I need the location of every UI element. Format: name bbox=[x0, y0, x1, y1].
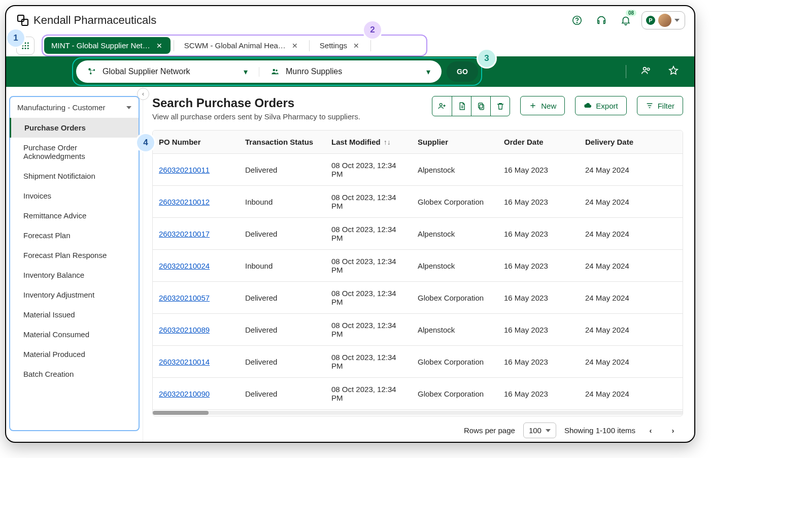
table-body[interactable]: 260320210011Delivered08 Oct 2023, 12:34 … bbox=[153, 154, 683, 410]
next-page-button[interactable]: › bbox=[666, 424, 680, 438]
table-header: PO NumberTransaction StatusLast Modified… bbox=[153, 131, 683, 154]
delivery-date: 24 May 2024 bbox=[579, 382, 665, 405]
tab-label: SCWM - Global Animal Hea… bbox=[184, 41, 286, 50]
svg-point-20 bbox=[440, 104, 443, 106]
rows-per-page-label: Rows per page bbox=[464, 426, 515, 435]
close-icon[interactable]: ✕ bbox=[155, 42, 163, 50]
svg-point-13 bbox=[90, 73, 92, 75]
svg-point-9 bbox=[25, 47, 26, 49]
last-modified: 08 Oct 2023, 12:34 PM bbox=[325, 218, 412, 249]
action-icon-group bbox=[432, 96, 510, 116]
po-number[interactable]: 260320210089 bbox=[153, 318, 239, 341]
sidebar-item[interactable]: Material Consumed bbox=[10, 324, 139, 344]
svg-point-17 bbox=[276, 70, 278, 72]
user-menu[interactable]: P bbox=[641, 11, 685, 29]
column-label: Last Modified bbox=[331, 138, 381, 146]
go-button[interactable]: GO bbox=[447, 61, 478, 82]
people-icon bbox=[270, 67, 280, 76]
svg-point-12 bbox=[93, 69, 95, 71]
sidebar-item[interactable]: Material Produced bbox=[10, 344, 139, 364]
supplier: Alpenstock bbox=[412, 158, 498, 181]
tab-label: MINT - Global Supplier Net… bbox=[51, 41, 150, 50]
po-number[interactable]: 260320210057 bbox=[153, 286, 239, 309]
delivery-date: 24 May 2024 bbox=[579, 286, 665, 309]
headset-icon[interactable] bbox=[593, 12, 610, 29]
plus-icon bbox=[529, 102, 537, 110]
horizontal-scrollbar[interactable] bbox=[153, 411, 683, 415]
supplier: Globex Corporation bbox=[412, 350, 498, 373]
partner-picker[interactable]: Munro Supplies ▾ bbox=[259, 67, 442, 77]
sidebar-item[interactable]: Purchase Order Acknowledgments bbox=[10, 138, 139, 166]
export-button[interactable]: Export bbox=[575, 96, 626, 115]
rows-per-page-select[interactable]: 100 bbox=[523, 422, 556, 438]
supplier: Alpenstock bbox=[412, 222, 498, 245]
column-header[interactable]: Order Date bbox=[498, 131, 579, 153]
star-icon[interactable] bbox=[668, 65, 679, 78]
column-label: Transaction Status bbox=[245, 138, 313, 146]
order-date: 16 May 2023 bbox=[498, 158, 579, 181]
sidebar-item[interactable]: Shipment Notifictaion bbox=[10, 166, 139, 186]
tab[interactable]: SCWM - Global Animal Hea…✕ bbox=[177, 37, 306, 54]
table-row: 260320210089Delivered08 Oct 2023, 12:34 … bbox=[153, 314, 683, 346]
column-header[interactable]: PO Number bbox=[153, 131, 239, 153]
last-modified: 08 Oct 2023, 12:34 PM bbox=[325, 186, 412, 217]
table-row: 260320210011Delivered08 Oct 2023, 12:34 … bbox=[153, 154, 683, 186]
table-row: 260320210057Delivered08 Oct 2023, 12:34 … bbox=[153, 282, 683, 314]
delivery-date: 24 May 2024 bbox=[579, 190, 665, 213]
partner-label: Munro Supplies bbox=[286, 67, 342, 76]
help-icon[interactable] bbox=[568, 12, 586, 29]
close-icon[interactable]: ✕ bbox=[291, 42, 299, 50]
close-icon[interactable]: ✕ bbox=[352, 42, 360, 50]
sidebar-item[interactable]: Invoices bbox=[10, 186, 139, 206]
add-user-button[interactable] bbox=[432, 96, 452, 116]
sidebar-item[interactable]: Inventory Adjustment bbox=[10, 285, 139, 305]
cloud-download-icon bbox=[584, 102, 592, 110]
tab[interactable]: Settings✕ bbox=[313, 37, 367, 54]
rows-per-page-value: 100 bbox=[529, 426, 542, 435]
column-header[interactable]: Last Modified↑↓ bbox=[325, 131, 412, 153]
po-number[interactable]: 260320210014 bbox=[153, 350, 239, 373]
svg-point-19 bbox=[647, 68, 650, 71]
last-modified: 08 Oct 2023, 12:34 PM bbox=[325, 282, 412, 313]
new-button[interactable]: New bbox=[520, 96, 565, 115]
sidebar-item[interactable]: Remittance Advice bbox=[10, 206, 139, 225]
sidebar-item[interactable]: Purchase Orders bbox=[10, 118, 139, 138]
sidebar-highlight: Manufacturing - Customer Purchase Orders… bbox=[9, 96, 140, 431]
supplier: Globex Corporation bbox=[412, 190, 498, 213]
bell-icon[interactable]: 08 bbox=[617, 12, 634, 29]
svg-point-6 bbox=[25, 45, 26, 46]
column-header[interactable]: Transaction Status bbox=[239, 131, 325, 153]
sidebar-item[interactable]: Forecast Plan Response bbox=[10, 245, 139, 265]
po-number[interactable]: 260320210090 bbox=[153, 382, 239, 405]
caret-down-icon: ▾ bbox=[244, 67, 248, 77]
annotation-1: 1 bbox=[7, 29, 24, 47]
collapse-sidebar-button[interactable]: ‹ bbox=[137, 88, 149, 100]
copy-button[interactable] bbox=[471, 96, 490, 116]
column-header[interactable]: Supplier bbox=[412, 131, 498, 153]
po-number[interactable]: 260320210017 bbox=[153, 222, 239, 245]
people-icon[interactable] bbox=[640, 65, 652, 78]
po-number[interactable]: 260320210011 bbox=[153, 158, 239, 181]
svg-point-10 bbox=[27, 47, 29, 49]
sidebar-item[interactable]: Inventory Balance bbox=[10, 265, 139, 285]
order-date: 16 May 2023 bbox=[498, 318, 579, 341]
showing-label: Showing 1-100 items bbox=[564, 426, 635, 435]
table-row: 260320210012Inbound08 Oct 2023, 12:34 PM… bbox=[153, 186, 683, 218]
delete-button[interactable] bbox=[490, 96, 510, 116]
prev-page-button[interactable]: ‹ bbox=[644, 424, 658, 438]
column-label: Delivery Date bbox=[585, 138, 633, 146]
filter-button[interactable]: Filter bbox=[637, 96, 683, 115]
po-number[interactable]: 260320210012 bbox=[153, 190, 239, 213]
tab[interactable]: MINT - Global Supplier Net…✕ bbox=[44, 37, 171, 54]
network-picker[interactable]: Global Supplier Network ▾ bbox=[76, 67, 259, 77]
sidebar: Manufacturing - Customer Purchase Orders… bbox=[6, 87, 143, 443]
sidebar-section-header[interactable]: Manufacturing - Customer bbox=[10, 97, 139, 118]
sidebar-item[interactable]: Forecast Plan bbox=[10, 225, 139, 245]
svg-point-16 bbox=[273, 69, 276, 72]
sidebar-item[interactable]: Material Issued bbox=[10, 305, 139, 324]
po-number[interactable]: 260320210024 bbox=[153, 254, 239, 277]
column-header[interactable]: Delivery Date bbox=[579, 131, 665, 153]
divider bbox=[626, 65, 626, 78]
document-button[interactable] bbox=[452, 96, 471, 116]
sidebar-item[interactable]: Batch Creation bbox=[10, 364, 139, 384]
